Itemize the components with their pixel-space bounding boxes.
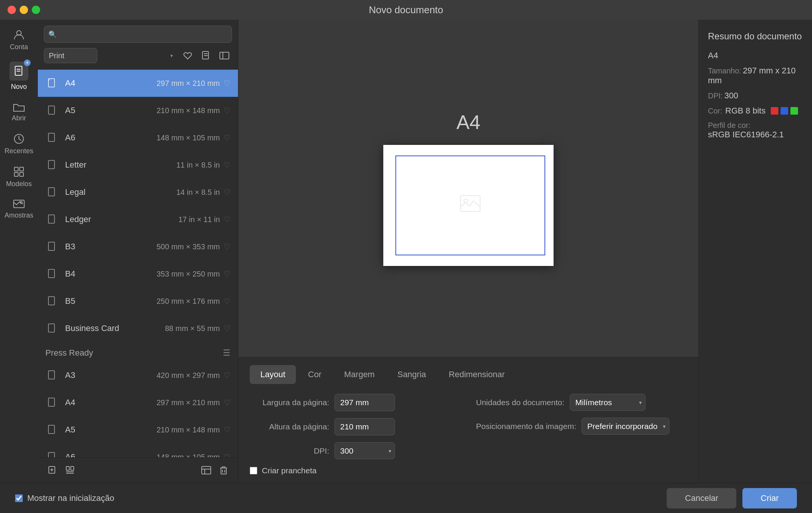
minimize-button[interactable] xyxy=(20,6,28,14)
doc-icon-pr-a3 xyxy=(45,368,59,382)
doc-item-letter[interactable]: Letter 11 in × 8.5 in ♡ xyxy=(38,151,238,179)
doc-item-pr-a3[interactable]: A3 420 mm × 297 mm ♡ xyxy=(38,362,238,389)
tab-cor[interactable]: Cor xyxy=(297,365,332,384)
preview-canvas-inner xyxy=(395,155,545,255)
template-button[interactable] xyxy=(199,463,214,477)
tab-redimensionar[interactable]: Redimensionar xyxy=(438,365,515,384)
doc-name-b3: B3 xyxy=(65,242,157,252)
category-select[interactable]: Print Web Dispositivo Vídeo xyxy=(44,48,97,63)
center-panel: A4 Layout Cor Margem xyxy=(238,20,698,483)
doc-fav-a5[interactable]: ♡ xyxy=(224,106,230,115)
svg-rect-7 xyxy=(20,167,23,171)
doc-item-pr-a5[interactable]: A5 210 mm × 148 mm ♡ xyxy=(38,416,238,443)
doc-item-b5[interactable]: B5 250 mm × 176 mm ♡ xyxy=(38,288,238,315)
doc-fav-b5[interactable]: ♡ xyxy=(224,297,230,306)
summary-perfil-value: sRGB IEC61966-2.1 xyxy=(708,130,803,140)
create-button[interactable]: Criar xyxy=(742,488,797,508)
svg-rect-38 xyxy=(202,466,211,474)
dpi-select[interactable]: 300 72 96 150 xyxy=(334,442,395,459)
favorites-button[interactable] xyxy=(180,49,195,62)
cancel-button[interactable]: Cancelar xyxy=(667,488,736,508)
doc-fav-a4-sel[interactable]: ♡ xyxy=(224,79,230,88)
sidebar-item-modelos[interactable]: Modelos xyxy=(0,160,38,193)
doc-name-ledger: Ledger xyxy=(65,215,178,224)
maximize-button[interactable] xyxy=(32,6,40,14)
sidebar-item-conta[interactable]: Conta xyxy=(0,23,38,56)
posicionamento-select[interactable]: Preferir incorporado Preferir vinculado xyxy=(582,418,669,435)
doc-name-letter: Letter xyxy=(65,160,176,170)
doc-fav-b4[interactable]: ♡ xyxy=(224,269,230,278)
doc-item-pr-a4[interactable]: A4 297 mm × 210 mm ♡ xyxy=(38,389,238,416)
svg-rect-19 xyxy=(48,133,54,141)
doc-fav-legal[interactable]: ♡ xyxy=(224,188,230,197)
custom-size-button[interactable] xyxy=(217,48,232,63)
doc-fav-b3[interactable]: ♡ xyxy=(224,242,230,251)
svg-rect-30 xyxy=(48,452,54,457)
sidebar-item-amostras[interactable]: Amostras xyxy=(0,193,38,225)
summary-size: Tamanho: 297 mm x 210 mm xyxy=(708,66,803,86)
svg-rect-21 xyxy=(48,188,54,196)
new-doc-button[interactable] xyxy=(199,48,213,63)
svg-rect-34 xyxy=(66,466,69,470)
svg-rect-22 xyxy=(48,215,54,223)
unidades-select[interactable]: Milímetros Centímetros Polegadas Pixels xyxy=(570,394,646,411)
search-input[interactable] xyxy=(44,26,232,43)
sidebar-item-label-recentes: Recentes xyxy=(5,147,33,155)
close-button[interactable] xyxy=(8,6,16,14)
doc-item-a4-selected[interactable]: A4 297 mm × 210 mm ♡ xyxy=(38,70,238,97)
tab-margem[interactable]: Margem xyxy=(334,365,386,384)
tab-sangria[interactable]: Sangria xyxy=(387,365,437,384)
criar-prancheta-checkbox[interactable] xyxy=(250,467,257,474)
section-header-press-ready: Press Ready ☰ xyxy=(38,342,238,362)
doc-item-b4[interactable]: B4 353 mm × 250 mm ♡ xyxy=(38,260,238,288)
doc-fav-pr-a3[interactable]: ♡ xyxy=(224,371,230,380)
form-row-altura: Altura da página: xyxy=(250,418,461,435)
show-init-checkbox[interactable] xyxy=(15,494,23,502)
doc-icon-ledger xyxy=(45,213,59,226)
doc-fav-pr-a5[interactable]: ♡ xyxy=(224,425,230,434)
left-panel-bottom xyxy=(38,457,238,483)
category-select-arrow: ▾ xyxy=(170,53,173,59)
doc-item-b3[interactable]: B3 500 mm × 353 mm ♡ xyxy=(38,233,238,260)
doc-name-b5: B5 xyxy=(65,296,157,306)
doc-item-legal[interactable]: Legal 14 in × 8.5 in ♡ xyxy=(38,179,238,206)
delete-preset-button[interactable] xyxy=(217,463,230,477)
doc-fav-pr-a6[interactable]: ♡ xyxy=(224,452,230,457)
show-init-label[interactable]: Mostrar na inicialização xyxy=(27,493,114,503)
doc-item-pr-a6[interactable]: A6 148 mm × 105 mm ♡ xyxy=(38,443,238,457)
doc-icon-b5 xyxy=(45,294,59,308)
tab-layout[interactable]: Layout xyxy=(250,365,296,384)
doc-fav-pr-a4[interactable]: ♡ xyxy=(224,398,230,407)
largura-input[interactable] xyxy=(334,394,395,411)
criar-prancheta-label[interactable]: Criar prancheta xyxy=(262,466,317,475)
doc-name-b4: B4 xyxy=(65,269,157,279)
doc-size-pr-a6: 148 mm × 105 mm xyxy=(157,453,220,458)
sidebar-item-recentes[interactable]: Recentes xyxy=(0,127,38,160)
sidebar-item-novo[interactable]: + Novo xyxy=(0,56,38,96)
doc-fav-business-card[interactable]: ♡ xyxy=(224,324,230,333)
summary-format: A4 xyxy=(708,51,803,61)
doc-icon-legal xyxy=(45,185,59,199)
window-title: Novo documento xyxy=(369,4,443,16)
doc-item-a6[interactable]: A6 148 mm × 105 mm ♡ xyxy=(38,124,238,151)
summary-dpi-value: 300 xyxy=(724,91,738,100)
sidebar: Conta + Novo Abrir xyxy=(0,20,38,483)
manage-presets-button[interactable] xyxy=(63,463,77,477)
doc-item-business-card[interactable]: Business Card 88 mm × 55 mm ♡ xyxy=(38,315,238,342)
summary-dpi: DPI: 300 xyxy=(708,91,803,101)
svg-rect-35 xyxy=(71,466,74,470)
doc-fav-a6[interactable]: ♡ xyxy=(224,133,230,142)
doc-item-ledger[interactable]: Ledger 17 in × 11 in ♡ xyxy=(38,206,238,233)
doc-fav-letter[interactable]: ♡ xyxy=(224,160,230,169)
altura-input[interactable] xyxy=(334,418,395,435)
doc-icon-a5 xyxy=(45,104,59,117)
sidebar-item-abrir[interactable]: Abrir xyxy=(0,96,38,127)
section-menu-press-ready[interactable]: ☰ xyxy=(223,348,230,358)
add-preset-button[interactable] xyxy=(45,463,60,477)
svg-rect-23 xyxy=(48,242,54,250)
doc-fav-ledger[interactable]: ♡ xyxy=(224,215,230,224)
doc-size-letter: 11 in × 8.5 in xyxy=(176,161,220,169)
doc-item-a5[interactable]: A5 210 mm × 148 mm ♡ xyxy=(38,97,238,124)
dpi-label: DPI: xyxy=(250,446,329,455)
tabs-row: Layout Cor Margem Sangria Redimensionar xyxy=(250,365,687,384)
